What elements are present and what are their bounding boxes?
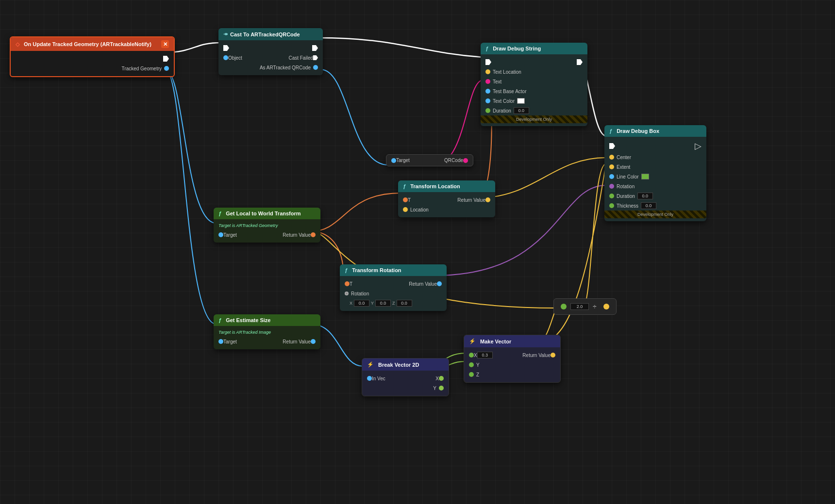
ddb-thickness-input[interactable] [641,202,656,209]
divide-in-pin[interactable] [561,304,567,309]
bv2-y-pin[interactable] [439,386,444,390]
bv2-invec-row: In Vec X [362,374,449,383]
glw-return-label: Return Value [283,232,311,238]
make-vector-header: ⚡ Make Vector [464,335,560,347]
tr-x-input[interactable] [354,300,369,307]
glw-target-pin[interactable] [218,232,223,237]
ddb-duration-pin[interactable] [609,194,614,198]
ddb-linecolor-swatch [641,174,649,179]
bv2-y-label: Y [433,386,436,391]
mv-x-pin[interactable] [469,353,474,358]
ges-return-pin[interactable] [311,339,316,344]
cast-as-row: As ARTracked QRCode [218,63,323,72]
tl-t-row: T Return Value [398,195,495,205]
cast-object-pin[interactable] [223,55,228,60]
tl-return-pin[interactable] [485,197,490,202]
ddb-thickness-row: Thickness [604,201,706,211]
mv-y-pin[interactable] [469,362,474,367]
draw-debug-string-body: Text Location Text Test Base Actor Text … [481,54,587,126]
ddb-exec-in [609,143,615,149]
cast-exec-row [218,43,323,53]
event-node-body: Tracked Geometry [11,51,174,76]
ddb-linecolor-pin[interactable] [609,174,614,179]
cast-exec-in [223,45,229,51]
dds-text-label: Text [493,79,501,84]
cast-as-pin[interactable] [313,65,318,70]
func-icon-tr: ƒ [345,267,348,273]
tr-z-input[interactable] [397,300,412,307]
bv2-x-label: X [435,376,439,381]
draw-debug-box-body: ▷ Center Extent Line Color Rotation Dura… [604,137,706,221]
tr-return-pin[interactable] [437,281,442,286]
get-local-world-title: Get Local to World Transform [226,211,301,216]
cast-object-row: Object Cast Failed [218,53,323,63]
event-geometry-row: Tracked Geometry [11,64,174,73]
dds-exec-row [481,57,587,67]
draw-debug-box-node: ƒ Draw Debug Box ▷ Center Extent Line Co… [604,125,706,221]
ddb-rotation-pin[interactable] [609,184,614,189]
bv2-x-pin[interactable] [439,376,444,381]
dds-text-row: Text [481,77,587,86]
qrcode-target-pin[interactable] [391,158,396,163]
glw-return-pin[interactable] [311,232,316,237]
tl-t-label: T [408,197,411,203]
make-icon: ⚡ [469,338,476,344]
bv2-invec-label: In Vec [372,376,385,381]
dds-color-pin[interactable] [485,98,490,103]
cast-object-label: Object [228,55,242,61]
qrcode-out-pin[interactable] [463,158,468,163]
ddb-rotation-label: Rotation [617,184,635,189]
ges-target-pin[interactable] [218,339,223,344]
dds-duration-pin[interactable] [485,108,490,113]
dds-actor-pin[interactable] [485,89,490,94]
event-node: ◇ On Update Tracked Geometry (ARTrackabl… [10,36,175,77]
tl-t-pin[interactable] [403,197,408,202]
mv-x-input[interactable] [477,352,493,358]
func-icon-tl: ƒ [403,183,406,189]
ddb-thickness-pin[interactable] [609,203,614,208]
tl-return-label: Return Value [457,197,485,203]
dds-text-pin[interactable] [485,79,490,84]
dds-dev-only: Development Only [481,115,587,123]
event-icon: ◇ [16,41,19,48]
func-icon-glw: ƒ [218,211,221,216]
cast-node-header: ↠ Cast To ARTrackedQRCode [218,28,323,40]
mv-z-pin[interactable] [469,372,474,377]
func-icon-dds: ƒ [485,46,488,51]
ddb-extent-row: Extent [604,162,706,172]
ddb-linecolor-label: Line Color [617,174,639,179]
event-close-icon[interactable]: ✕ [161,40,169,48]
break-vector-2d-header: ⚡ Break Vector 2D [362,358,449,371]
ddb-duration-input[interactable] [637,193,653,199]
get-estimate-size-title: Get Estimate Size [226,317,270,323]
qrcode-out-label: QRCode [444,158,463,163]
mv-y-row: Y [464,360,560,370]
ddb-extent-label: Extent [617,164,630,170]
tl-loc-pin[interactable] [403,207,408,212]
divide-input[interactable] [570,303,589,310]
transform-rotation-body: T Return Value Rotation X Y Z [340,276,447,311]
tr-y-input[interactable] [375,300,391,307]
event-node-header: ◇ On Update Tracked Geometry (ARTrackabl… [11,37,174,51]
dds-duration-input[interactable] [514,107,529,114]
break-vector-2d-body: In Vec X Y [362,371,449,396]
tr-rotation-pin[interactable] [345,292,349,295]
make-vector-title: Make Vector [480,339,511,344]
mv-return-pin[interactable] [551,353,555,358]
tr-t-pin[interactable] [345,281,350,286]
transform-location-header: ƒ Transform Location [398,180,495,192]
ddb-extent-pin[interactable] [609,164,614,169]
func-icon-ddb: ƒ [609,128,612,134]
bv2-invec-pin[interactable] [367,376,372,381]
ddb-center-pin[interactable] [609,155,614,160]
dds-textloc-pin[interactable] [485,69,490,74]
make-vector-body: X Return Value Y Z [464,347,560,382]
make-vector-node: ⚡ Make Vector X Return Value Y Z [464,335,561,383]
mv-z-label: Z [476,372,479,377]
tracked-geometry-pin[interactable] [164,66,169,71]
divide-out-pin[interactable] [603,304,609,309]
draw-debug-string-title: Draw Debug String [493,46,541,51]
draw-debug-box-title: Draw Debug Box [617,128,659,134]
cast-icon: ↠ [223,31,228,37]
tr-rotation-label: Rotation [351,291,369,296]
